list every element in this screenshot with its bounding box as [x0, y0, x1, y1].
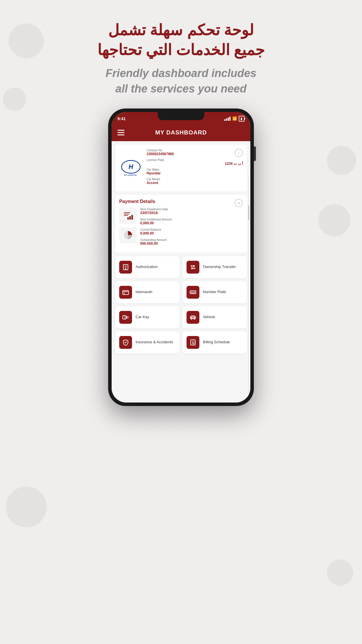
license-label: License Plate: [147, 158, 243, 162]
service-car-key[interactable]: Car Key: [115, 306, 180, 328]
insurance-icon: [119, 336, 132, 349]
svg-point-15: [191, 267, 193, 269]
next-amount-row: Next Installment Amount 0,000.00: [140, 218, 243, 225]
svg-rect-13: [125, 269, 126, 270]
svg-rect-7: [131, 215, 133, 220]
svg-text:$: $: [194, 344, 195, 345]
vehicle-icon: [187, 311, 199, 324]
status-icons: 📶 ▮: [224, 116, 245, 122]
outstanding-row: Outstanding Amount 000.000.00: [140, 238, 243, 246]
services-grid: Authorization Ownership Transf: [115, 256, 247, 354]
svg-rect-16: [123, 290, 129, 295]
english-subtitle: Friendly dashboard includes all the serv…: [97, 66, 265, 97]
service-ownership-transfer[interactable]: Ownership Transfer: [182, 256, 247, 278]
balance-row: Current Balance 0,000.00: [140, 228, 243, 235]
license-row: License Plate أ ب ت 1234: [147, 158, 243, 166]
number-plate-icon: ABC: [187, 286, 199, 299]
service-istemarah[interactable]: Istemarah: [115, 281, 180, 303]
payment-info: Next Installment Date 23/07/2018 Next In…: [140, 208, 243, 249]
car-logo: H HYUNDAI: [119, 156, 143, 180]
pie-chart-icon: [122, 229, 134, 242]
ownership-transfer-icon: [187, 261, 199, 274]
nav-title: MY DASHBOARD: [124, 129, 238, 136]
phone-notch: [158, 112, 204, 120]
contract-value: 23000234567890: [147, 152, 243, 156]
svg-rect-28: [126, 316, 129, 317]
service-authorization[interactable]: Authorization: [115, 256, 180, 278]
make-value: Hyundai: [147, 171, 243, 175]
make-label: Car Make: [147, 168, 243, 171]
signal-icon: [224, 117, 231, 121]
next-amount-value: 0,000.00: [140, 221, 243, 225]
authorization-icon: [119, 261, 132, 274]
nav-bar: MY DASHBOARD: [112, 124, 250, 141]
phone-mockup: 9:41 📶 ▮: [108, 108, 254, 406]
svg-rect-26: [125, 316, 126, 317]
make-row: Car Make Hyundai: [147, 168, 243, 175]
battery-icon: ▮: [239, 116, 245, 122]
service-number-plate[interactable]: ABC Number Plate: [182, 281, 247, 303]
car-card-arrow[interactable]: ›: [235, 149, 243, 157]
hamburger-menu[interactable]: [117, 130, 124, 135]
payment-card: Payment Details ∧: [115, 195, 247, 253]
svg-rect-6: [129, 216, 131, 220]
payment-title: Payment Details: [119, 199, 243, 204]
next-date-value: 23/07/2018: [140, 211, 243, 215]
scroll-thumb: [248, 205, 249, 220]
svg-rect-25: [124, 318, 125, 318]
balance-label: Current Balance: [140, 228, 243, 231]
svg-rect-21: [191, 291, 191, 293]
phone-content[interactable]: H HYUNDAI Contract No. 23000234567890 Li…: [112, 141, 250, 402]
collapse-button[interactable]: ∧: [235, 199, 243, 207]
model-value: Accent: [147, 181, 243, 185]
service-insurance[interactable]: Insurance & Accidents: [115, 331, 180, 354]
header-section: لوحة تحكم سهلة تشمل جميع الخدمات التي تح…: [97, 20, 265, 97]
ownership-transfer-label: Ownership Transfer: [203, 265, 236, 270]
insurance-label: Insurance & Accidents: [136, 340, 173, 345]
chart-icon-box: [119, 208, 137, 224]
next-date-row: Next Installment Date 23/07/2018: [140, 208, 243, 215]
billing-icon: $: [187, 336, 199, 349]
license-value: أ ب ت 1234: [147, 162, 243, 166]
car-key-label: Car Key: [136, 315, 149, 320]
svg-rect-22: [194, 291, 195, 293]
chart-bars-icon: [122, 209, 134, 222]
car-key-icon: [119, 311, 132, 324]
billing-label: Billing Schedule: [203, 340, 230, 345]
model-label: Car Model: [147, 178, 243, 181]
contract-label: Contract No.: [147, 149, 243, 152]
scroll-track: [248, 176, 249, 400]
svg-point-12: [125, 268, 126, 269]
svg-rect-18: [124, 293, 125, 294]
car-info-card: H HYUNDAI Contract No. 23000234567890 Li…: [115, 145, 247, 191]
pie-chart-icon-box: [119, 227, 137, 243]
service-vehicle[interactable]: Vehicle: [182, 306, 247, 328]
svg-rect-27: [125, 318, 126, 318]
outstanding-value: 000.000.00: [140, 242, 243, 246]
payment-icons: [119, 208, 137, 249]
svg-rect-23: [123, 316, 126, 319]
next-date-label: Next Installment Date: [140, 208, 243, 211]
istemarah-icon: [119, 286, 132, 299]
vehicle-label: Vehicle: [203, 315, 215, 320]
authorization-label: Authorization: [136, 265, 158, 270]
svg-rect-24: [124, 316, 125, 317]
status-time: 9:41: [117, 116, 126, 121]
svg-text:H: H: [129, 163, 133, 170]
svg-rect-5: [127, 217, 129, 220]
number-plate-label: Number Plate: [203, 290, 226, 295]
wifi-icon: 📶: [232, 116, 237, 121]
model-row: Car Model Accent: [147, 178, 243, 185]
arabic-title: لوحة تحكم سهلة تشمل جميع الخدمات التي تح…: [97, 20, 265, 60]
istemarah-label: Istemarah: [136, 290, 152, 295]
phone-outer-shell: 9:41 📶 ▮: [108, 108, 254, 406]
contract-row: Contract No. 23000234567890: [147, 149, 243, 156]
service-billing[interactable]: $ Billing Schedule: [182, 331, 247, 354]
phone-screen: 9:41 📶 ▮: [112, 112, 250, 402]
svg-rect-29: [126, 318, 129, 318]
outstanding-label: Outstanding Amount: [140, 238, 243, 242]
car-info-details: Contract No. 23000234567890 License Plat…: [143, 149, 243, 187]
hyundai-logo-svg: H: [121, 160, 141, 174]
svg-point-14: [193, 265, 195, 267]
next-amount-label: Next Installment Amount: [140, 218, 243, 221]
